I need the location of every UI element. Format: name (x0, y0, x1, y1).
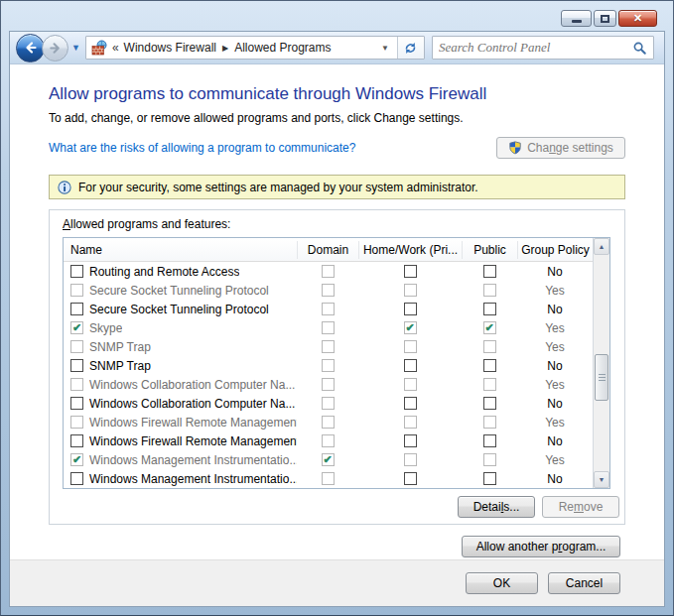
checkbox[interactable] (404, 321, 417, 334)
checkbox[interactable] (404, 265, 417, 278)
checkbox[interactable] (483, 321, 496, 334)
remove-button[interactable]: Remove (542, 496, 619, 518)
back-button[interactable] (16, 34, 45, 62)
checkbox[interactable] (70, 265, 83, 278)
forward-arrow-icon (48, 41, 63, 56)
checkbox[interactable] (322, 321, 335, 334)
checkbox[interactable] (70, 340, 83, 353)
scrollbar-thumb[interactable] (595, 354, 608, 401)
vertical-scrollbar[interactable]: ▲ ▼ (593, 238, 609, 488)
table-row[interactable]: SNMP TrapNo (64, 356, 593, 375)
maximize-button[interactable] (594, 10, 616, 27)
breadcrumb-chevrons[interactable]: « (112, 41, 119, 55)
checkbox[interactable] (70, 359, 83, 372)
checkbox[interactable] (483, 397, 496, 410)
checkbox[interactable] (404, 340, 417, 353)
table-row[interactable]: Windows Management Instrumentatio...Yes (64, 450, 593, 469)
allowed-programs-label: Allowed programs and features: (63, 217, 624, 231)
allow-another-program-button[interactable]: Allow another program... (462, 536, 620, 557)
address-dropdown-icon[interactable]: ▼ (377, 44, 393, 53)
checkbox[interactable] (70, 472, 83, 485)
back-arrow-icon (23, 40, 39, 56)
checkbox[interactable] (322, 472, 335, 485)
checkbox[interactable] (483, 453, 496, 466)
checkbox[interactable] (70, 434, 83, 447)
checkbox[interactable] (483, 359, 496, 372)
table-row[interactable]: Windows Firewall Remote ManagementNo (64, 431, 593, 450)
scroll-down-button[interactable]: ▼ (594, 471, 609, 488)
breadcrumb-separator-icon[interactable]: ▶ (222, 44, 228, 53)
checkbox[interactable] (70, 378, 83, 391)
checkbox[interactable] (483, 265, 496, 278)
table-row[interactable]: Windows Collaboration Computer Na...Yes (64, 375, 593, 394)
checkbox[interactable] (483, 434, 496, 447)
table-row[interactable]: Routing and Remote AccessNo (64, 262, 593, 281)
checkbox[interactable] (322, 303, 335, 315)
program-name: Skype (89, 321, 122, 335)
checkbox[interactable] (404, 378, 417, 391)
checkbox[interactable] (404, 303, 417, 315)
breadcrumb-item-windows-firewall[interactable]: Windows Firewall (124, 41, 216, 55)
table-row[interactable]: Secure Socket Tunneling ProtocolYes (64, 281, 593, 300)
details-button[interactable]: Details... (458, 496, 535, 518)
checkbox[interactable] (404, 416, 417, 429)
checkbox[interactable] (483, 378, 496, 391)
recent-pages-dropdown[interactable]: ▼ (71, 43, 80, 53)
ok-button[interactable]: OK (466, 572, 538, 594)
checkbox[interactable] (404, 397, 417, 410)
checkbox[interactable] (322, 434, 335, 447)
titlebar[interactable]: ✕ (1, 1, 673, 31)
checkbox[interactable] (483, 284, 496, 297)
checkbox[interactable] (70, 284, 83, 297)
checkbox[interactable] (404, 284, 417, 297)
program-name: Windows Collaboration Computer Na... (89, 397, 295, 411)
table-row[interactable]: Windows Firewall Remote ManagementYes (64, 413, 593, 431)
scroll-up-button[interactable]: ▲ (594, 238, 609, 255)
search-icon[interactable] (632, 41, 647, 56)
close-icon: ✕ (633, 12, 642, 25)
checkbox[interactable] (322, 265, 335, 278)
checkbox[interactable] (322, 359, 335, 372)
checkbox[interactable] (404, 434, 417, 447)
search-input[interactable] (439, 40, 632, 56)
search-box[interactable] (432, 36, 654, 60)
program-name: Routing and Remote Access (89, 265, 239, 279)
checkbox[interactable] (322, 416, 335, 429)
minimize-button[interactable] (561, 10, 592, 27)
checkbox[interactable] (404, 472, 417, 485)
checkbox[interactable] (322, 284, 335, 297)
table-row[interactable]: Windows Collaboration Computer Na...No (64, 394, 593, 413)
checkbox[interactable] (322, 340, 335, 353)
checkbox[interactable] (70, 321, 83, 334)
cancel-button[interactable]: Cancel (548, 572, 620, 594)
program-name: Windows Management Instrumentatio... (89, 453, 297, 467)
program-name: SNMP Trap (89, 359, 151, 373)
table-row[interactable]: Windows Management Instrumentatio...No (64, 469, 593, 488)
group-policy-value: No (517, 472, 593, 486)
checkbox[interactable] (404, 359, 417, 372)
address-bar[interactable]: « Windows Firewall ▶ Allowed Programs ▼ (85, 36, 425, 60)
checkbox[interactable] (483, 416, 496, 429)
checkbox[interactable] (322, 453, 335, 466)
breadcrumb-item-allowed-programs[interactable]: Allowed Programs (234, 41, 331, 55)
change-settings-button[interactable]: Change settings (496, 137, 625, 159)
program-name: Windows Firewall Remote Management (89, 416, 297, 430)
checkbox[interactable] (483, 472, 496, 485)
checkbox[interactable] (322, 378, 335, 391)
checkbox[interactable] (322, 397, 335, 410)
forward-button[interactable] (42, 35, 68, 62)
table-row[interactable]: SNMP TrapYes (64, 337, 593, 356)
table-row[interactable]: SkypeYes (64, 318, 593, 337)
checkbox[interactable] (70, 303, 83, 315)
table-row[interactable]: Secure Socket Tunneling ProtocolNo (64, 300, 593, 318)
checkbox[interactable] (70, 416, 83, 429)
checkbox[interactable] (483, 340, 496, 353)
risks-link[interactable]: What are the risks of allowing a program… (49, 141, 355, 155)
refresh-button[interactable] (397, 37, 424, 59)
checkbox[interactable] (404, 453, 417, 466)
scrollbar-track[interactable] (594, 255, 609, 471)
checkbox[interactable] (70, 453, 83, 466)
close-button[interactable]: ✕ (618, 10, 657, 27)
checkbox[interactable] (70, 397, 83, 410)
checkbox[interactable] (483, 303, 496, 315)
